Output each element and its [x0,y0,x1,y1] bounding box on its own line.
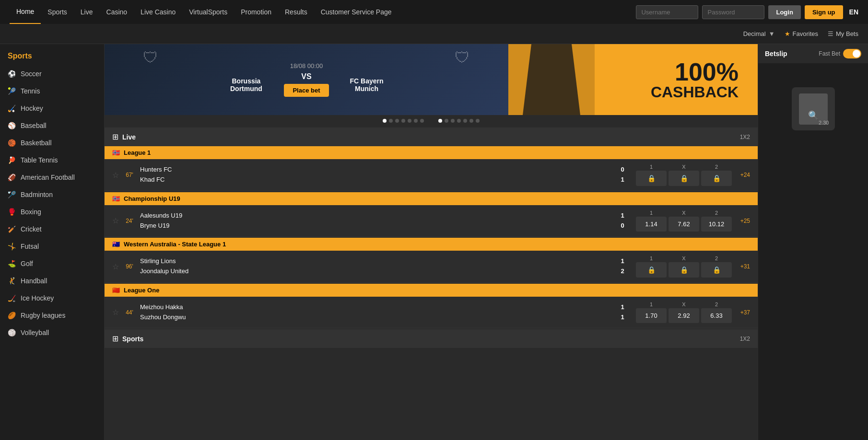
chevron-down-icon: ▼ [769,30,775,37]
score2-3: 1 [621,313,624,323]
sidebar-item-futsal[interactable]: 🤸 Futsal [0,238,104,255]
sidebar-label: Volleyball [21,329,49,336]
fast-bet-toggle[interactable] [843,49,861,58]
dot-r5[interactable] [463,119,467,123]
username-input[interactable] [636,5,698,19]
live-section-header: ⊞ Live 1X2 [105,127,758,146]
dot-r7[interactable] [476,119,480,123]
place-bet-button[interactable]: Place bet [284,84,328,97]
sidebar-item-badminton[interactable]: 🏸 Badminton [0,186,104,203]
team1-3: Meizhou Hakka [140,302,609,313]
favorites-button[interactable]: ★ Favorites [785,30,818,37]
language-selector[interactable]: EN [849,8,858,16]
password-input[interactable] [702,5,764,19]
banner-figure-area [508,44,595,115]
banner-right: 100% CASHBACK [508,44,758,115]
sidebar-label: Futsal [21,243,39,250]
dot-4[interactable] [401,119,405,123]
mybets-label: My Bets [836,30,858,37]
odds-btn-2-2[interactable]: 🔒 [701,262,732,278]
nav-sports[interactable]: Sports [41,0,73,23]
dot-3[interactable] [395,119,399,123]
login-button[interactable]: Login [768,5,800,19]
nav-live[interactable]: Live [74,0,100,23]
more-badge-0[interactable]: +24 [736,172,750,178]
odds-btn-1-1[interactable]: 1.14 [636,217,667,232]
odds-btn-1-3[interactable]: 1.70 [636,308,667,323]
odds-btn-1-2[interactable]: 🔒 [636,262,667,278]
match-row-0: ☆ 67' Hunters FC Khad FC 0 1 1 X 2 🔒 🔒 [105,159,758,191]
decimal-selector[interactable]: Decimal ▼ [743,30,775,37]
more-badge-2[interactable]: +31 [736,263,750,270]
nav-results[interactable]: Results [278,0,314,23]
sidebar: Sports ⚽ Soccer 🎾 Tennis 🏑 Hockey ⚾ Base… [0,44,105,440]
cricket-icon: 🏏 [8,225,16,233]
soccer-icon: ⚽ [8,70,16,78]
sidebar-item-boxing[interactable]: 🥊 Boxing [0,203,104,220]
rugby-icon: 🏉 [8,312,16,319]
nav-virtual-sports[interactable]: VirtualSports [182,0,234,23]
sidebar-item-tennis[interactable]: 🎾 Tennis [0,82,104,100]
favorite-star-2[interactable]: ☆ [112,262,119,271]
nav-live-casino[interactable]: Live Casino [134,0,182,23]
odds-btn-1-0[interactable]: 🔒 [636,171,667,186]
banner-container: 🛡 🛡 18/08 00:00 Borussia Dortmund VS Pla… [105,44,758,115]
favorite-star-0[interactable]: ☆ [112,171,119,180]
signup-button[interactable]: Sign up [805,5,843,19]
dot-r3[interactable] [451,119,455,123]
dot-r6[interactable] [469,119,473,123]
sidebar-label: Soccer [21,70,42,78]
dot-5[interactable] [408,119,411,123]
sidebar-item-volleyball[interactable]: 🏐 Volleyball [0,324,104,341]
sidebar-item-rugby[interactable]: 🏉 Rugby leagues [0,307,104,324]
nav-customer-service[interactable]: Customer Service Page [314,0,399,23]
sidebar-item-cricket[interactable]: 🏏 Cricket [0,220,104,238]
sidebar-item-handball[interactable]: 🤾 Handball [0,272,104,289]
sidebar-item-basketball[interactable]: 🏀 Basketball [0,134,104,151]
dot-r2[interactable] [445,119,448,123]
team1-2: Stirling Lions [140,256,609,266]
sports-grid-icon: ⊞ [112,334,118,343]
favorite-star-1[interactable]: ☆ [112,216,119,225]
sidebar-item-american-football[interactable]: 🏈 American Football [0,169,104,186]
dot-7[interactable] [420,119,424,123]
sidebar-item-hockey[interactable]: 🏑 Hockey [0,100,104,117]
match-teams-3: Meizhou Hakka Suzhou Dongwu [140,302,609,323]
odds-btn-x-1[interactable]: 7.62 [669,217,699,232]
sidebar-item-baseball[interactable]: ⚾ Baseball [0,117,104,134]
league-4-name: League One [124,287,159,294]
match-time-3: 44' [123,309,136,316]
odds-btn-2-1[interactable]: 10.12 [701,217,732,232]
tennis-icon: 🎾 [8,87,16,95]
league-1-flag: 🇳🇴 [112,149,120,156]
sidebar-label: Hockey [21,104,43,112]
sidebar-label: Cricket [21,225,42,233]
dot-2[interactable] [389,119,393,123]
more-badge-1[interactable]: +25 [736,218,750,224]
dot-1[interactable] [383,119,387,123]
main-content: 🛡 🛡 18/08 00:00 Borussia Dortmund VS Pla… [105,44,758,440]
sidebar-item-soccer[interactable]: ⚽ Soccer [0,65,104,82]
nav-home[interactable]: Home [10,0,41,24]
sidebar-title: Sports [0,44,104,65]
odds-btn-2-0[interactable]: 🔒 [701,171,732,186]
odds-group-1: 1 X 2 1.14 7.62 10.12 [636,210,732,232]
dot-6[interactable] [414,119,418,123]
favorite-star-3[interactable]: ☆ [112,308,119,317]
sidebar-item-tabletennis[interactable]: 🏓 Table Tennis [0,151,104,169]
more-badge-3[interactable]: +37 [736,309,750,316]
odds-btn-x-3[interactable]: 2.92 [669,308,699,323]
match-teams-1: Aalesunds U19 Bryne U19 [140,211,609,231]
odds-btn-x-2[interactable]: 🔒 [669,262,699,278]
sidebar-item-icehockey[interactable]: 🏒 Ice Hockey [0,289,104,307]
odds-btn-2-3[interactable]: 6.33 [701,308,732,323]
match-date: 18/08 00:00 [290,62,323,69]
league-3-flag: 🇦🇺 [112,241,120,248]
odds-btn-x-0[interactable]: 🔒 [669,171,699,186]
dot-r4[interactable] [457,119,461,123]
sidebar-item-golf[interactable]: ⛳ Golf [0,255,104,272]
nav-casino[interactable]: Casino [100,0,134,23]
mybets-button[interactable]: ☰ My Bets [828,30,858,37]
dot-r1[interactable] [438,119,442,123]
nav-promotion[interactable]: Promotion [234,0,278,23]
